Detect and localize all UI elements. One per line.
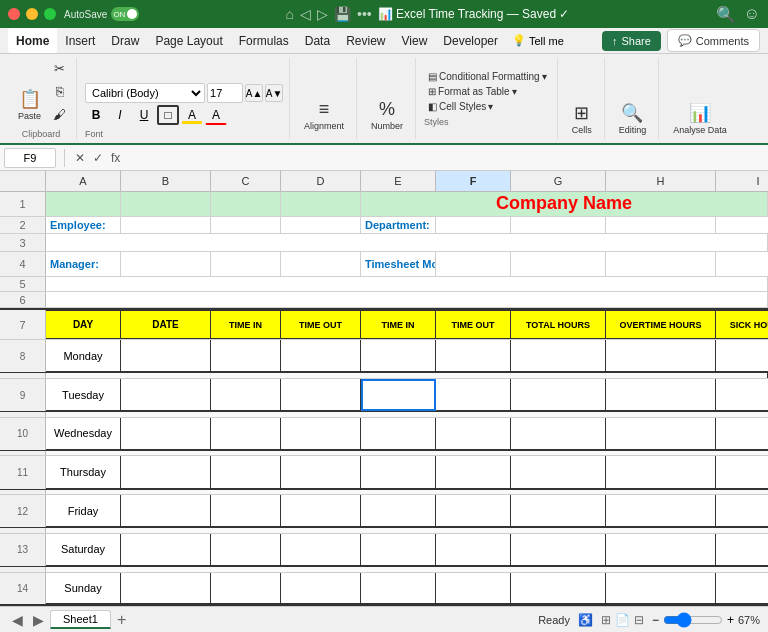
paste-button[interactable]: 📋 Paste: [12, 85, 47, 125]
cell-d4[interactable]: [281, 252, 361, 276]
conditional-formatting-button[interactable]: ▤ Conditional Formatting ▾: [424, 70, 551, 83]
cell-tuesday-out2[interactable]: [436, 379, 511, 411]
underline-button[interactable]: U: [133, 105, 155, 125]
italic-button[interactable]: I: [109, 105, 131, 125]
cell-reference[interactable]: F9: [4, 148, 56, 168]
cell-sunday-sick[interactable]: [716, 573, 768, 604]
col-header-b[interactable]: B: [121, 171, 211, 191]
cell-saturday-sick[interactable]: [716, 534, 768, 566]
cell-friday-overtime[interactable]: [606, 495, 716, 527]
menu-view[interactable]: View: [394, 28, 436, 53]
cell-monday-overtime[interactable]: [606, 340, 716, 372]
cell-tuesday-day[interactable]: Tuesday: [46, 379, 121, 411]
cell-thursday-day[interactable]: Thursday: [46, 456, 121, 488]
cell-c4[interactable]: [211, 252, 281, 276]
header-sickhours[interactable]: SICK HOURS: [716, 310, 768, 339]
comments-button[interactable]: 💬 Comments: [667, 29, 760, 52]
cell-saturday-date[interactable]: [121, 534, 211, 566]
copy-button[interactable]: ⎘: [49, 81, 70, 102]
menu-page-layout[interactable]: Page Layout: [147, 28, 230, 53]
cell-g4[interactable]: [511, 252, 606, 276]
autosave-toggle[interactable]: ON: [111, 7, 139, 21]
cell-h4[interactable]: [606, 252, 716, 276]
share-button[interactable]: ↑ Share: [602, 31, 661, 51]
cell-sunday-overtime[interactable]: [606, 573, 716, 604]
cell-sunday-out1[interactable]: [281, 573, 361, 604]
cell-b4[interactable]: [121, 252, 211, 276]
sheet-tab-1[interactable]: Sheet1: [50, 610, 111, 629]
cell-saturday-day[interactable]: Saturday: [46, 534, 121, 566]
cell-i2[interactable]: [716, 217, 768, 234]
fill-color-button[interactable]: A: [181, 105, 203, 125]
format-painter-button[interactable]: 🖌: [49, 104, 70, 125]
cell-saturday-out1[interactable]: [281, 534, 361, 566]
insert-function-icon[interactable]: fx: [109, 151, 122, 165]
cell-row3[interactable]: [46, 234, 768, 251]
cell-c1[interactable]: [211, 192, 281, 216]
cell-sunday-total[interactable]: [511, 573, 606, 604]
cell-friday-total[interactable]: [511, 495, 606, 527]
cell-thursday-out2[interactable]: [436, 456, 511, 488]
tell-me[interactable]: 💡 Tell me: [506, 34, 570, 47]
cell-b1[interactable]: [121, 192, 211, 216]
bold-button[interactable]: B: [85, 105, 107, 125]
cell-tuesday-overtime[interactable]: [606, 379, 716, 411]
font-family-select[interactable]: Calibri (Body): [85, 83, 205, 103]
cell-saturday-overtime[interactable]: [606, 534, 716, 566]
add-sheet-button[interactable]: +: [113, 611, 130, 629]
col-header-g[interactable]: G: [511, 171, 606, 191]
cell-wednesday-total[interactable]: [511, 418, 606, 450]
cell-sunday-out2[interactable]: [436, 573, 511, 604]
cell-sunday-day[interactable]: Sunday: [46, 573, 121, 604]
menu-insert[interactable]: Insert: [57, 28, 103, 53]
cell-wednesday-overtime[interactable]: [606, 418, 716, 450]
cell-monday-out1[interactable]: [281, 340, 361, 372]
accessibility-icon[interactable]: ♿: [578, 613, 593, 627]
editing-button[interactable]: 🔍 Editing: [613, 99, 653, 139]
cell-thursday-in2[interactable]: [361, 456, 436, 488]
cell-wednesday-sick[interactable]: [716, 418, 768, 450]
cell-row5[interactable]: [46, 277, 768, 292]
font-increase-button[interactable]: A▲: [245, 84, 263, 102]
col-header-h[interactable]: H: [606, 171, 716, 191]
col-header-f[interactable]: F: [436, 171, 511, 191]
cell-a1[interactable]: [46, 192, 121, 216]
sheet-nav-right[interactable]: ▶: [29, 612, 48, 628]
col-header-d[interactable]: D: [281, 171, 361, 191]
cell-d1[interactable]: [281, 192, 361, 216]
cell-h2[interactable]: [606, 217, 716, 234]
cell-tuesday-out1[interactable]: [281, 379, 361, 411]
cell-friday-in1[interactable]: [211, 495, 281, 527]
menu-formulas[interactable]: Formulas: [231, 28, 297, 53]
cell-friday-out1[interactable]: [281, 495, 361, 527]
cell-saturday-total[interactable]: [511, 534, 606, 566]
cell-i4[interactable]: [716, 252, 768, 276]
cell-c2[interactable]: [211, 217, 281, 234]
cut-button[interactable]: ✂: [49, 58, 70, 79]
cell-b2[interactable]: [121, 217, 211, 234]
cell-thursday-out1[interactable]: [281, 456, 361, 488]
font-color-button[interactable]: A: [205, 105, 227, 125]
zoom-slider[interactable]: [663, 612, 723, 628]
cell-thursday-date[interactable]: [121, 456, 211, 488]
search-icon[interactable]: 🔍: [716, 5, 736, 24]
menu-data[interactable]: Data: [297, 28, 338, 53]
cell-e2[interactable]: Department:: [361, 217, 436, 234]
cell-row6[interactable]: [46, 292, 768, 307]
cell-monday-out2[interactable]: [436, 340, 511, 372]
cell-f4[interactable]: [436, 252, 511, 276]
col-header-a[interactable]: A: [46, 171, 121, 191]
font-size-input[interactable]: [207, 83, 243, 103]
cell-monday-sick[interactable]: [716, 340, 768, 372]
font-decrease-button[interactable]: A▼: [265, 84, 283, 102]
cell-thursday-overtime[interactable]: [606, 456, 716, 488]
header-timeout1[interactable]: TIME OUT: [281, 310, 361, 339]
header-totalhours[interactable]: TOTAL HOURS: [511, 310, 606, 339]
border-button[interactable]: □: [157, 105, 179, 125]
cell-wednesday-out2[interactable]: [436, 418, 511, 450]
close-button[interactable]: [8, 8, 20, 20]
cell-tuesday-in1[interactable]: [211, 379, 281, 411]
page-break-view-icon[interactable]: ⊟: [634, 613, 644, 627]
menu-review[interactable]: Review: [338, 28, 393, 53]
minimize-button[interactable]: [26, 8, 38, 20]
